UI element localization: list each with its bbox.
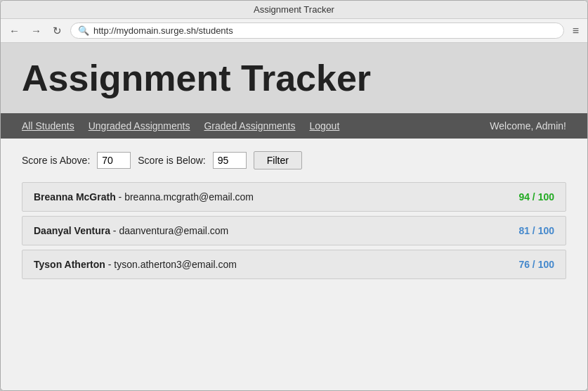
student-name: Breanna McGrath xyxy=(34,191,116,203)
app-header: Assignment Tracker xyxy=(1,43,587,113)
nav-links: All Students Ungraded Assignments Graded… xyxy=(22,115,490,137)
score-above-label: Score is Above: xyxy=(22,155,90,166)
nav-logout[interactable]: Logout xyxy=(309,115,339,137)
browser-window: Assignment Tracker ← → ↻ 🔍 ≡ Assignment … xyxy=(0,0,588,391)
table-row: Breanna McGrath - breanna.mcgrath@email.… xyxy=(22,182,566,212)
student-email: - breanna.mcgrath@email.com xyxy=(119,191,254,203)
title-bar: Assignment Tracker xyxy=(1,1,587,19)
student-info: Tyson Atherton - tyson.atherton3@email.c… xyxy=(34,259,237,270)
filter-bar: Score is Above: Score is Below: Filter xyxy=(22,151,566,169)
table-row: Daanyal Ventura - daanventura@email.com … xyxy=(22,216,566,245)
table-row: Tyson Atherton - tyson.atherton3@email.c… xyxy=(22,250,566,279)
url-input[interactable] xyxy=(93,25,556,36)
nav-all-students[interactable]: All Students xyxy=(22,115,74,137)
score-below-input[interactable] xyxy=(213,152,247,169)
score-above-input[interactable] xyxy=(97,152,131,169)
student-score: 76 / 100 xyxy=(518,259,554,270)
back-button[interactable]: ← xyxy=(6,24,22,37)
student-email: - tyson.atherton3@email.com xyxy=(108,259,237,270)
url-bar: 🔍 xyxy=(70,23,564,39)
menu-button[interactable]: ≡ xyxy=(570,23,582,39)
nav-ungraded[interactable]: Ungraded Assignments xyxy=(89,115,190,137)
student-info: Breanna McGrath - breanna.mcgrath@email.… xyxy=(34,191,254,203)
filter-button[interactable]: Filter xyxy=(254,151,302,169)
student-list: Breanna McGrath - breanna.mcgrath@email.… xyxy=(22,182,566,279)
student-score: 94 / 100 xyxy=(518,191,554,203)
nav-welcome: Welcome, Admin! xyxy=(490,120,566,132)
student-score: 81 / 100 xyxy=(518,225,554,236)
app-title: Assignment Tracker xyxy=(22,57,566,99)
student-info: Daanyal Ventura - daanventura@email.com xyxy=(34,225,228,236)
student-name: Tyson Atherton xyxy=(34,259,105,270)
student-name: Daanyal Ventura xyxy=(34,225,110,236)
score-below-label: Score is Below: xyxy=(138,155,205,166)
nav-bar: All Students Ungraded Assignments Graded… xyxy=(1,113,587,139)
address-bar: ← → ↻ 🔍 ≡ xyxy=(1,19,587,43)
main-content: Score is Above: Score is Below: Filter B… xyxy=(1,139,587,390)
forward-button[interactable]: → xyxy=(28,24,44,37)
nav-graded[interactable]: Graded Assignments xyxy=(204,115,295,137)
browser-title: Assignment Tracker xyxy=(254,4,334,15)
student-email: - daanventura@email.com xyxy=(113,225,228,236)
refresh-button[interactable]: ↻ xyxy=(50,24,65,37)
search-icon: 🔍 xyxy=(78,25,89,36)
